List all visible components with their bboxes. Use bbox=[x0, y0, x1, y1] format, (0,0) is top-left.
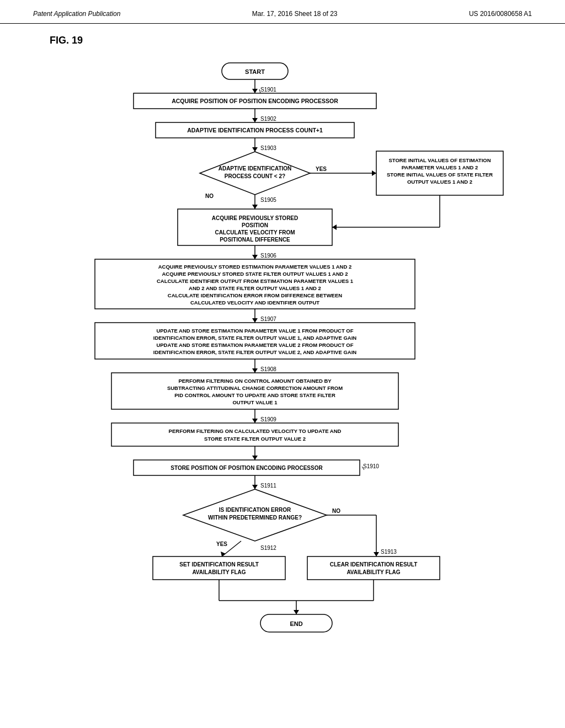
svg-text:AND 2 AND STATE FILTER OUTPUT : AND 2 AND STATE FILTER OUTPUT VALUES 1 A… bbox=[189, 285, 321, 291]
header-center: Mar. 17, 2016 Sheet 18 of 23 bbox=[252, 10, 338, 18]
svg-marker-52 bbox=[252, 318, 258, 323]
svg-text:UPDATE AND STORE ESTIMATION PA: UPDATE AND STORE ESTIMATION PARAMETER VA… bbox=[156, 328, 353, 334]
svg-text:S1903: S1903 bbox=[260, 145, 276, 151]
svg-text:ACQUIRE PREVIOUSLY STORED ESTI: ACQUIRE PREVIOUSLY STORED ESTIMATION PAR… bbox=[158, 264, 352, 270]
svg-text:PARAMETER VALUES 1 AND 2: PARAMETER VALUES 1 AND 2 bbox=[402, 164, 478, 170]
svg-marker-92 bbox=[374, 552, 379, 556]
page-header: Patent Application Publication Mar. 17, … bbox=[0, 0, 565, 24]
svg-text:S1912: S1912 bbox=[260, 545, 276, 551]
svg-marker-74 bbox=[252, 456, 258, 460]
svg-text:WITHIN PREDETERMINED RANGE?: WITHIN PREDETERMINED RANGE? bbox=[208, 515, 302, 521]
svg-text:S1908: S1908 bbox=[260, 366, 276, 372]
svg-text:S1902: S1902 bbox=[260, 116, 276, 122]
svg-text:STORE STATE FILTER OUTPUT VALU: STORE STATE FILTER OUTPUT VALUE 2 bbox=[204, 436, 306, 442]
svg-marker-60 bbox=[252, 368, 258, 373]
svg-text:ADAPTIVE IDENTIFICATION PROCES: ADAPTIVE IDENTIFICATION PROCESS COUNT+1 bbox=[187, 127, 323, 133]
svg-text:POSITION: POSITION bbox=[242, 222, 268, 228]
svg-text:UPDATE AND STORE ESTIMATION PA: UPDATE AND STORE ESTIMATION PARAMETER VA… bbox=[156, 342, 353, 348]
svg-text:AVAILABILITY FLAG: AVAILABILITY FLAG bbox=[347, 569, 400, 575]
svg-text:ADAPTIVE IDENTIFICATION: ADAPTIVE IDENTIFICATION bbox=[218, 165, 292, 172]
svg-marker-42 bbox=[252, 255, 258, 259]
svg-text:S1911: S1911 bbox=[260, 483, 276, 489]
svg-text:S1905: S1905 bbox=[260, 197, 276, 203]
svg-text:START: START bbox=[245, 68, 265, 75]
svg-text:PID CONTROL AMOUNT TO UPDATE A: PID CONTROL AMOUNT TO UPDATE AND STORE S… bbox=[174, 392, 335, 398]
svg-text:S1901: S1901 bbox=[260, 87, 276, 93]
svg-text:CALCULATE IDENTIFICATION ERROR: CALCULATE IDENTIFICATION ERROR FROM DIFF… bbox=[168, 292, 342, 298]
flowchart-svg: START S1901 ACQUIRE POSITION OF POSITION… bbox=[45, 57, 520, 708]
svg-rect-94 bbox=[153, 556, 285, 580]
svg-text:STORE INITIAL VALUES OF ESTIMA: STORE INITIAL VALUES OF ESTIMATION bbox=[388, 157, 491, 163]
fig-title: FIG. 19 bbox=[50, 35, 532, 46]
header-right: US 2016/0080658 A1 bbox=[469, 10, 532, 18]
svg-text:END: END bbox=[290, 620, 302, 627]
svg-text:NO: NO bbox=[332, 508, 340, 514]
svg-marker-32 bbox=[252, 205, 258, 209]
svg-text:YES: YES bbox=[216, 541, 227, 547]
svg-text:CALCULATED VELOCITY AND IDENTI: CALCULATED VELOCITY AND IDENTIFIER OUTPU… bbox=[190, 299, 319, 306]
svg-text:POSITIONAL DIFFERENCE: POSITIONAL DIFFERENCE bbox=[220, 237, 290, 243]
svg-text:CALCULATE IDENTIFIER OUTPUT FR: CALCULATE IDENTIFIER OUTPUT FROM ESTIMAT… bbox=[157, 278, 354, 284]
svg-text:OUTPUT VALUES 1 AND 2: OUTPUT VALUES 1 AND 2 bbox=[407, 179, 472, 185]
svg-marker-21 bbox=[372, 170, 376, 176]
svg-text:S1913: S1913 bbox=[381, 549, 397, 555]
svg-rect-70 bbox=[111, 423, 398, 446]
svg-text:S1907: S1907 bbox=[260, 316, 276, 322]
svg-text:IDENTIFICATION ERROR, STATE FI: IDENTIFICATION ERROR, STATE FILTER OUTPU… bbox=[153, 349, 357, 355]
svg-text:YES: YES bbox=[316, 166, 327, 172]
svg-marker-9 bbox=[252, 118, 258, 122]
svg-text:ACQUIRE PREVIOUSLY STORED: ACQUIRE PREVIOUSLY STORED bbox=[212, 215, 299, 221]
svg-marker-40 bbox=[332, 224, 337, 230]
svg-text:S1906: S1906 bbox=[260, 253, 276, 259]
svg-text:S1909: S1909 bbox=[260, 416, 276, 422]
svg-rect-97 bbox=[307, 556, 440, 580]
svg-text:NO: NO bbox=[205, 193, 214, 199]
svg-text:PERFORM FILTERING ON CONTROL A: PERFORM FILTERING ON CONTROL AMOUNT OBTA… bbox=[178, 378, 332, 384]
svg-text:IS IDENTIFICATION ERROR: IS IDENTIFICATION ERROR bbox=[219, 507, 291, 513]
svg-text:OUTPUT VALUE 1: OUTPUT VALUE 1 bbox=[232, 399, 278, 405]
svg-text:STORE INITIAL VALUES OF STATE : STORE INITIAL VALUES OF STATE FILTER bbox=[387, 172, 493, 178]
svg-text:CLEAR IDENTIFICATION RESULT: CLEAR IDENTIFICATION RESULT bbox=[330, 561, 418, 568]
svg-marker-80 bbox=[252, 485, 258, 489]
svg-marker-3 bbox=[252, 89, 258, 93]
header-left: Patent Application Publication bbox=[33, 10, 120, 18]
svg-text:CALCULATE VELOCITY FROM: CALCULATE VELOCITY FROM bbox=[215, 229, 295, 235]
svg-text:PERFORM FILTERING ON CALCULATE: PERFORM FILTERING ON CALCULATED VELOCITY… bbox=[169, 428, 342, 434]
svg-text:AVAILABILITY FLAG: AVAILABILITY FLAG bbox=[192, 569, 246, 575]
main-content: FIG. 19 START S1901 ACQUIRE POSITION OF … bbox=[0, 29, 565, 719]
svg-text:S1910: S1910 bbox=[363, 463, 379, 469]
svg-text:ACQUIRE PREVIOUSLY STORED STAT: ACQUIRE PREVIOUSLY STORED STATE FILTER O… bbox=[162, 271, 348, 277]
svg-text:SUBTRACTING ATTITUDINAL CHANGE: SUBTRACTING ATTITUDINAL CHANGE CORRECTIO… bbox=[167, 385, 343, 391]
svg-marker-68 bbox=[252, 419, 258, 423]
svg-text:ACQUIRE POSITION OF POSITION E: ACQUIRE POSITION OF POSITION ENCODING PR… bbox=[172, 98, 338, 104]
svg-text:STORE POSITION OF POSITION ENC: STORE POSITION OF POSITION ENCODING PROC… bbox=[170, 465, 323, 471]
svg-text:PROCESS COUNT < 2?: PROCESS COUNT < 2? bbox=[225, 173, 285, 179]
svg-text:SET IDENTIFICATION RESULT: SET IDENTIFICATION RESULT bbox=[179, 561, 259, 568]
svg-marker-14 bbox=[252, 147, 258, 152]
svg-marker-104 bbox=[294, 610, 299, 614]
svg-text:IDENTIFICATION ERROR, STATE FI: IDENTIFICATION ERROR, STATE FILTER OUTPU… bbox=[153, 335, 357, 341]
